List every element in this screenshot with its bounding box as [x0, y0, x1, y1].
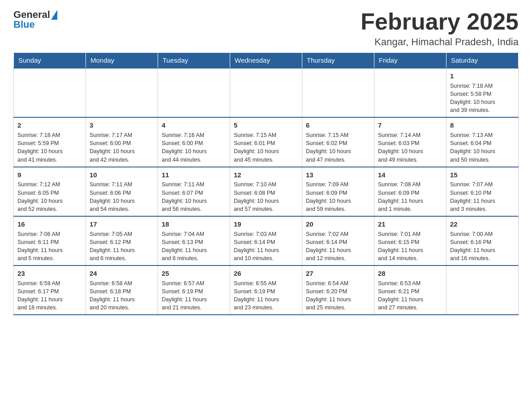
calendar-header-thursday: Thursday: [302, 53, 374, 68]
calendar-header-saturday: Saturday: [446, 53, 519, 68]
calendar-cell: 17Sunrise: 7:05 AMSunset: 6:12 PMDayligh…: [86, 216, 158, 265]
title-section: February 2025 Kangar, Himachal Pradesh, …: [360, 9, 519, 48]
calendar-cell: 22Sunrise: 7:00 AMSunset: 6:16 PMDayligh…: [446, 216, 519, 265]
day-number: 17: [90, 219, 154, 229]
calendar-cell: 26Sunrise: 6:55 AMSunset: 6:19 PMDayligh…: [230, 265, 302, 315]
day-info: Sunrise: 7:09 AMSunset: 6:09 PMDaylight:…: [306, 180, 370, 213]
calendar-cell: 9Sunrise: 7:12 AMSunset: 6:05 PMDaylight…: [14, 167, 86, 216]
day-number: 2: [17, 120, 82, 130]
calendar-cell: 3Sunrise: 7:17 AMSunset: 6:00 PMDaylight…: [86, 117, 158, 167]
day-number: 3: [90, 120, 154, 130]
day-info: Sunrise: 7:04 AMSunset: 6:13 PMDaylight:…: [162, 230, 226, 263]
calendar-cell: 28Sunrise: 6:53 AMSunset: 6:21 PMDayligh…: [374, 265, 446, 315]
calendar-week-row-2: 2Sunrise: 7:18 AMSunset: 5:59 PMDaylight…: [14, 117, 519, 167]
calendar-cell: [374, 68, 446, 117]
calendar-cell: 27Sunrise: 6:54 AMSunset: 6:20 PMDayligh…: [302, 265, 374, 315]
day-info: Sunrise: 6:58 AMSunset: 6:18 PMDaylight:…: [90, 279, 154, 312]
day-number: 23: [17, 269, 82, 278]
day-number: 5: [234, 120, 298, 130]
calendar-cell: 1Sunrise: 7:18 AMSunset: 5:58 PMDaylight…: [446, 68, 519, 117]
calendar-cell: 24Sunrise: 6:58 AMSunset: 6:18 PMDayligh…: [86, 265, 158, 315]
day-number: 28: [378, 269, 442, 278]
day-info: Sunrise: 7:15 AMSunset: 6:01 PMDaylight:…: [234, 131, 298, 164]
day-info: Sunrise: 6:54 AMSunset: 6:20 PMDaylight:…: [306, 279, 370, 312]
day-info: Sunrise: 7:11 AMSunset: 6:06 PMDaylight:…: [90, 180, 154, 213]
calendar-week-row-4: 16Sunrise: 7:06 AMSunset: 6:11 PMDayligh…: [14, 216, 519, 265]
calendar-cell: 13Sunrise: 7:09 AMSunset: 6:09 PMDayligh…: [302, 167, 374, 216]
day-number: 10: [90, 170, 154, 180]
calendar-cell: [302, 68, 374, 117]
day-number: 1: [450, 71, 515, 81]
day-number: 12: [234, 170, 298, 180]
day-info: Sunrise: 7:01 AMSunset: 6:15 PMDaylight:…: [378, 230, 442, 263]
calendar-cell: 2Sunrise: 7:18 AMSunset: 5:59 PMDaylight…: [14, 117, 86, 167]
calendar-cell: 12Sunrise: 7:10 AMSunset: 6:08 PMDayligh…: [230, 167, 302, 216]
calendar-cell: 23Sunrise: 6:59 AMSunset: 6:17 PMDayligh…: [14, 265, 86, 315]
day-info: Sunrise: 7:16 AMSunset: 6:00 PMDaylight:…: [162, 131, 226, 164]
calendar-cell: 11Sunrise: 7:11 AMSunset: 6:07 PMDayligh…: [158, 167, 230, 216]
day-info: Sunrise: 7:13 AMSunset: 6:04 PMDaylight:…: [450, 131, 515, 164]
calendar-header-monday: Monday: [86, 53, 158, 68]
day-number: 14: [378, 170, 442, 180]
logo-triangle-icon: [51, 10, 57, 20]
calendar-cell: [446, 265, 519, 315]
calendar-cell: 4Sunrise: 7:16 AMSunset: 6:00 PMDaylight…: [158, 117, 230, 167]
location-text: Kangar, Himachal Pradesh, India: [360, 36, 519, 48]
calendar-cell: [86, 68, 158, 117]
day-info: Sunrise: 7:03 AMSunset: 6:14 PMDaylight:…: [234, 230, 298, 263]
calendar-cell: [230, 68, 302, 117]
day-info: Sunrise: 7:14 AMSunset: 6:03 PMDaylight:…: [378, 131, 442, 164]
calendar-cell: 6Sunrise: 7:15 AMSunset: 6:02 PMDaylight…: [302, 117, 374, 167]
day-number: 11: [162, 170, 226, 180]
calendar-header-sunday: Sunday: [14, 53, 86, 68]
calendar-cell: 20Sunrise: 7:02 AMSunset: 6:14 PMDayligh…: [302, 216, 374, 265]
day-number: 26: [234, 269, 298, 278]
calendar-week-row-5: 23Sunrise: 6:59 AMSunset: 6:17 PMDayligh…: [14, 265, 519, 315]
calendar-cell: 15Sunrise: 7:07 AMSunset: 6:10 PMDayligh…: [446, 167, 519, 216]
day-info: Sunrise: 7:18 AMSunset: 5:59 PMDaylight:…: [17, 131, 82, 164]
logo: General Blue: [13, 9, 57, 30]
calendar-cell: 25Sunrise: 6:57 AMSunset: 6:19 PMDayligh…: [158, 265, 230, 315]
day-info: Sunrise: 7:07 AMSunset: 6:10 PMDaylight:…: [450, 180, 515, 213]
day-info: Sunrise: 7:18 AMSunset: 5:58 PMDaylight:…: [450, 82, 515, 115]
day-number: 22: [450, 219, 515, 229]
day-number: 13: [306, 170, 370, 180]
calendar-cell: 19Sunrise: 7:03 AMSunset: 6:14 PMDayligh…: [230, 216, 302, 265]
day-number: 21: [378, 219, 442, 229]
calendar-table: SundayMondayTuesdayWednesdayThursdayFrid…: [13, 52, 519, 315]
calendar-cell: 8Sunrise: 7:13 AMSunset: 6:04 PMDaylight…: [446, 117, 519, 167]
day-number: 8: [450, 120, 515, 130]
day-info: Sunrise: 7:06 AMSunset: 6:11 PMDaylight:…: [17, 230, 82, 263]
day-info: Sunrise: 7:12 AMSunset: 6:05 PMDaylight:…: [17, 180, 82, 213]
calendar-cell: 5Sunrise: 7:15 AMSunset: 6:01 PMDaylight…: [230, 117, 302, 167]
day-info: Sunrise: 6:53 AMSunset: 6:21 PMDaylight:…: [378, 279, 442, 312]
calendar-week-row-3: 9Sunrise: 7:12 AMSunset: 6:05 PMDaylight…: [14, 167, 519, 216]
day-info: Sunrise: 7:10 AMSunset: 6:08 PMDaylight:…: [234, 180, 298, 213]
calendar-week-row-1: 1Sunrise: 7:18 AMSunset: 5:58 PMDaylight…: [14, 68, 519, 117]
day-number: 15: [450, 170, 515, 180]
calendar-header-wednesday: Wednesday: [230, 53, 302, 68]
day-info: Sunrise: 7:05 AMSunset: 6:12 PMDaylight:…: [90, 230, 154, 263]
day-number: 9: [17, 170, 82, 180]
day-number: 6: [306, 120, 370, 130]
day-info: Sunrise: 6:57 AMSunset: 6:19 PMDaylight:…: [162, 279, 226, 312]
day-number: 25: [162, 269, 226, 278]
calendar-cell: 21Sunrise: 7:01 AMSunset: 6:15 PMDayligh…: [374, 216, 446, 265]
calendar-header-friday: Friday: [374, 53, 446, 68]
calendar-header-row: SundayMondayTuesdayWednesdayThursdayFrid…: [14, 53, 519, 68]
day-info: Sunrise: 7:15 AMSunset: 6:02 PMDaylight:…: [306, 131, 370, 164]
calendar-cell: 16Sunrise: 7:06 AMSunset: 6:11 PMDayligh…: [14, 216, 86, 265]
day-number: 27: [306, 269, 370, 278]
calendar-cell: [14, 68, 86, 117]
day-number: 24: [90, 269, 154, 278]
calendar-cell: 7Sunrise: 7:14 AMSunset: 6:03 PMDaylight…: [374, 117, 446, 167]
day-number: 19: [234, 219, 298, 229]
page-header: General Blue February 2025 Kangar, Himac…: [13, 9, 519, 48]
logo-blue-text: Blue: [13, 19, 35, 30]
month-title: February 2025: [360, 9, 519, 34]
day-number: 18: [162, 219, 226, 229]
day-info: Sunrise: 6:55 AMSunset: 6:19 PMDaylight:…: [234, 279, 298, 312]
calendar-cell: [158, 68, 230, 117]
day-number: 20: [306, 219, 370, 229]
day-info: Sunrise: 7:00 AMSunset: 6:16 PMDaylight:…: [450, 230, 515, 263]
